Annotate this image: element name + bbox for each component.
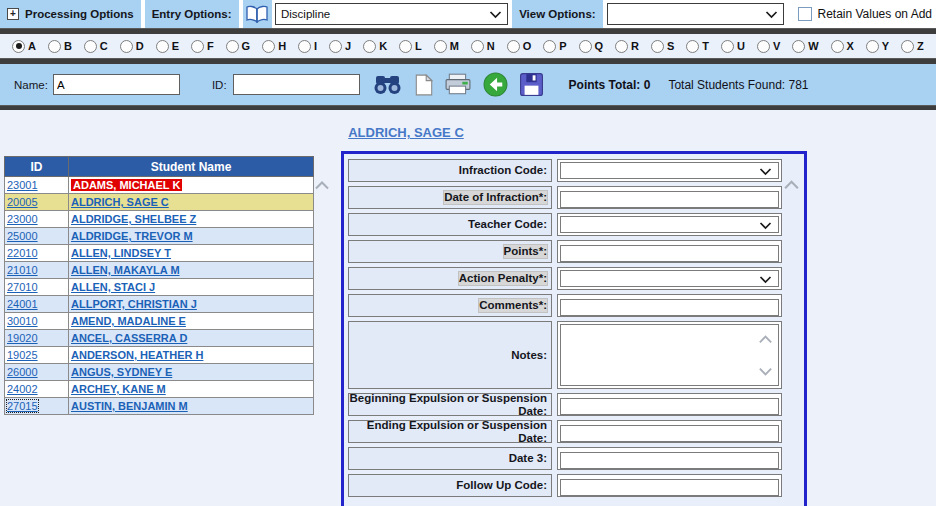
textarea-scroll-up-icon[interactable]	[758, 330, 773, 348]
student-id-link[interactable]: 20005	[7, 196, 38, 208]
student-id-link[interactable]: 23001	[7, 179, 38, 191]
letter-filter-V[interactable]: V	[757, 40, 780, 53]
student-id-link[interactable]: 24002	[7, 383, 38, 395]
notes-textarea[interactable]	[560, 324, 779, 386]
letter-radio-K[interactable]	[363, 40, 376, 53]
student-id-link[interactable]: 19020	[7, 332, 38, 344]
entry-options-book-button[interactable]	[243, 0, 272, 28]
letter-filter-O[interactable]: O	[507, 40, 532, 53]
letter-filter-J[interactable]: J	[329, 40, 351, 53]
letter-radio-A[interactable]	[12, 40, 25, 53]
comments-input[interactable]	[560, 299, 779, 316]
student-name-link[interactable]: ALDRICH, SAGE C	[71, 196, 169, 208]
student-name-link[interactable]: ARCHEY, KANE M	[71, 383, 166, 395]
student-name-link[interactable]: ALLEN, MAKAYLA M	[71, 264, 180, 276]
letter-radio-J[interactable]	[329, 40, 342, 53]
letter-filter-P[interactable]: P	[543, 40, 566, 53]
letter-radio-B[interactable]	[48, 40, 61, 53]
beginning-expulsion-or-suspension-date-input[interactable]	[560, 398, 779, 415]
student-id-link[interactable]: 27010	[7, 281, 38, 293]
student-name-link[interactable]: ALLEN, LINDSEY T	[71, 247, 171, 259]
letter-filter-Z[interactable]: Z	[901, 40, 924, 53]
letter-radio-S[interactable]	[651, 40, 664, 53]
letter-filter-Q[interactable]: Q	[579, 40, 604, 53]
student-id-link[interactable]: 21010	[7, 264, 38, 276]
letter-radio-G[interactable]	[226, 40, 239, 53]
teacher-code-select[interactable]	[560, 216, 779, 233]
letter-filter-E[interactable]: E	[156, 40, 179, 53]
letter-filter-U[interactable]: U	[721, 40, 745, 53]
student-name-link[interactable]: ANDERSON, HEATHER H	[71, 349, 203, 361]
ending-expulsion-or-suspension-date-input[interactable]	[560, 425, 779, 442]
letter-radio-W[interactable]	[792, 40, 805, 53]
letter-filter-S[interactable]: S	[651, 40, 674, 53]
letter-radio-O[interactable]	[507, 40, 520, 53]
action-penalty-select[interactable]	[560, 270, 779, 287]
view-options-select[interactable]	[607, 3, 785, 25]
student-id-link[interactable]: 25000	[7, 230, 38, 242]
letter-radio-R[interactable]	[615, 40, 628, 53]
student-id-link[interactable]: 23000	[7, 213, 38, 225]
student-name-link[interactable]: ANCEL, CASSERRA D	[71, 332, 187, 344]
letter-radio-P[interactable]	[543, 40, 556, 53]
letter-filter-H[interactable]: H	[262, 40, 286, 53]
save-icon[interactable]	[520, 73, 543, 96]
letter-radio-H[interactable]	[262, 40, 275, 53]
letter-radio-C[interactable]	[84, 40, 97, 53]
student-name-alert[interactable]: ADAMS, MICHAEL K	[71, 179, 182, 191]
letter-filter-R[interactable]: R	[615, 40, 639, 53]
letter-radio-L[interactable]	[399, 40, 412, 53]
letter-filter-L[interactable]: L	[399, 40, 422, 53]
letter-radio-D[interactable]	[120, 40, 133, 53]
student-id-link[interactable]: 27015	[7, 400, 38, 412]
letter-filter-D[interactable]: D	[120, 40, 144, 53]
student-name-link[interactable]: ALDRIDGE, SHELBEE Z	[71, 213, 196, 225]
student-name-link[interactable]: AMEND, MADALINE E	[71, 315, 186, 327]
letter-filter-W[interactable]: W	[792, 40, 818, 53]
letter-radio-Y[interactable]	[866, 40, 879, 53]
student-id-link[interactable]: 19025	[7, 349, 38, 361]
list-scroll-up-icon[interactable]	[314, 176, 330, 194]
letter-filter-F[interactable]: F	[191, 40, 214, 53]
print-icon[interactable]	[445, 73, 471, 96]
letter-filter-G[interactable]: G	[226, 40, 251, 53]
student-name-link[interactable]: ANGUS, SYDNEY E	[71, 366, 172, 378]
points-input[interactable]	[560, 245, 779, 262]
letter-radio-V[interactable]	[757, 40, 770, 53]
student-id-link[interactable]: 24001	[7, 298, 38, 310]
student-name-link[interactable]: AUSTIN, BENJAMIN M	[71, 400, 188, 412]
letter-radio-U[interactable]	[721, 40, 734, 53]
student-name-link[interactable]: ALDRIDGE, TREVOR M	[71, 230, 193, 242]
letter-filter-K[interactable]: K	[363, 40, 387, 53]
date-of-infraction-input[interactable]	[560, 191, 779, 208]
letter-filter-A[interactable]: A	[12, 40, 36, 53]
student-name-link[interactable]: ALLEN, STACI J	[71, 281, 155, 293]
follow-up-code-input[interactable]	[560, 479, 779, 496]
letter-radio-F[interactable]	[191, 40, 204, 53]
id-input[interactable]	[233, 74, 360, 95]
student-id-link[interactable]: 30010	[7, 315, 38, 327]
letter-filter-T[interactable]: T	[686, 40, 709, 53]
letter-filter-C[interactable]: C	[84, 40, 108, 53]
infraction-code-select[interactable]	[560, 162, 779, 179]
student-id-link[interactable]: 26000	[7, 366, 38, 378]
letter-filter-B[interactable]: B	[48, 40, 72, 53]
letter-radio-Z[interactable]	[901, 40, 914, 53]
letter-radio-I[interactable]	[298, 40, 311, 53]
textarea-scroll-down-icon[interactable]	[758, 362, 773, 380]
letter-radio-N[interactable]	[471, 40, 484, 53]
expand-plus-icon[interactable]: +	[7, 8, 19, 20]
selected-student-link[interactable]: ALDRICH, SAGE C	[348, 125, 464, 140]
new-document-icon[interactable]	[415, 74, 433, 96]
letter-filter-Y[interactable]: Y	[866, 40, 889, 53]
student-name-link[interactable]: ALLPORT, CHRISTIAN J	[71, 298, 197, 310]
letter-filter-M[interactable]: M	[434, 40, 459, 53]
letter-radio-Q[interactable]	[579, 40, 592, 53]
processing-options-button[interactable]: + Processing Options	[0, 0, 141, 28]
back-icon[interactable]	[483, 72, 508, 97]
retain-values-checkbox[interactable]	[798, 7, 812, 21]
name-input[interactable]	[53, 74, 180, 95]
letter-filter-N[interactable]: N	[471, 40, 495, 53]
letter-filter-I[interactable]: I	[298, 40, 317, 53]
find-binoculars-icon[interactable]	[374, 74, 401, 95]
